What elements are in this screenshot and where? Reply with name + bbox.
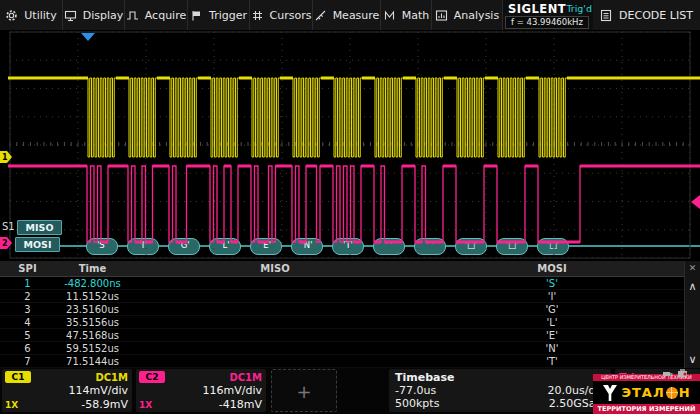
decode-cell-time: 59.5152us — [55, 342, 130, 355]
menu-acquire[interactable]: Acquire — [125, 0, 188, 30]
decode-cell-miso — [130, 277, 420, 290]
channel2-badge: C2 — [139, 371, 165, 383]
usb-icon — [662, 368, 673, 379]
decode-cell-time: 11.5152us — [55, 290, 130, 303]
decode-table-row[interactable]: 1-482.800ns'S' — [0, 277, 684, 290]
menu-analysis[interactable]: Analysis — [432, 0, 503, 30]
scroll-down-icon[interactable]: ∨ — [685, 353, 700, 366]
decode-cell-miso — [130, 316, 420, 329]
menu-utility[interactable]: Utility — [0, 0, 63, 30]
decode-list-label: DECODE LIST — [619, 9, 693, 22]
decode-cell-miso — [130, 329, 420, 342]
watermark-name-pre: ЭТАЛ — [621, 385, 664, 400]
add-channel-box[interactable]: + — [271, 369, 337, 412]
math-icon — [383, 9, 396, 22]
header-mosi: MOSI — [420, 261, 684, 277]
decode-table-row[interactable]: 547.5168us'E' — [0, 329, 684, 342]
etalon-watermark: ЦЕНТР ИЗМЕРИТЕЛЬНОЙ ТЕХНИКИ ЭТАЛ Н ТЕРРИ… — [593, 374, 700, 414]
decode-cell-miso — [130, 355, 420, 368]
trigger-position-marker[interactable] — [81, 33, 95, 41]
decode-cell-n: 2 — [0, 290, 55, 303]
oscilloscope-screen: Utility Display Acquire Trigger — [0, 0, 700, 414]
channel2-box[interactable]: C2 DC1M 116mV/div 1X -418mV — [136, 369, 266, 412]
decode-cell-mosi: 'E' — [420, 329, 684, 342]
cursors-icon — [251, 9, 264, 22]
timebase-box[interactable]: Timebase -77.0us 20.0us/div 500kpts 2.50… — [389, 369, 611, 412]
watermark-name-post: Н — [679, 385, 691, 400]
waveform-display: 12 S1 MISO MOSI 'S''I''G''L''E''N''T'' '… — [0, 30, 700, 260]
menu-measure[interactable]: Measure — [313, 0, 381, 30]
decode-table-row[interactable]: 659.5152us'N' — [0, 342, 684, 355]
decode-cell-miso — [130, 303, 420, 316]
close-icon[interactable]: ✕ — [685, 263, 700, 273]
decode-cell-n: 3 — [0, 303, 55, 316]
decode-table-row[interactable]: 323.5160us'G' — [0, 303, 684, 316]
globe-icon — [666, 387, 678, 399]
timebase-memory: 500kpts — [395, 397, 439, 410]
channel2-offset: -418mV — [219, 398, 262, 411]
channel1-coupling: DC1M — [95, 372, 128, 383]
menu-display-label: Display — [83, 9, 124, 22]
gear-icon — [5, 9, 18, 22]
display-icon — [64, 9, 77, 22]
decode-cell-n: 6 — [0, 342, 55, 355]
trigger-level-marker[interactable] — [691, 195, 700, 209]
menu-display[interactable]: Display — [63, 0, 125, 30]
etalon-logo-icon — [602, 384, 618, 402]
timebase-title: Timebase — [395, 371, 605, 384]
channel1-probe: 1X — [5, 400, 18, 410]
decode-cell-mosi: 'G' — [420, 303, 684, 316]
decode-table-row[interactable]: 771.5144us'T' — [0, 355, 684, 368]
channel1-box[interactable]: C1 DC1M 114mV/div 1X -58.9mV — [2, 369, 132, 412]
decode-list-button[interactable]: DECODE LIST — [593, 0, 700, 30]
channel1-badge: C1 — [5, 371, 31, 383]
decode-cell-mosi: 'L' — [420, 316, 684, 329]
channel1-scale: 114mV/div — [2, 384, 132, 397]
timebase-delay: -77.0us — [395, 384, 436, 397]
decode-list-table: SPI Time MISO MOSI 1-482.800ns'S'211.515… — [0, 261, 684, 368]
menu-math[interactable]: Math — [381, 0, 432, 30]
printer-icon — [677, 368, 688, 379]
menu-trigger[interactable]: Trigger — [188, 0, 250, 30]
flag-icon — [190, 9, 203, 22]
analysis-icon — [435, 9, 448, 22]
decode-cell-mosi: 'S' — [420, 277, 684, 290]
menu-cursors[interactable]: Cursors — [250, 0, 313, 30]
acquire-icon — [126, 9, 139, 22]
waveform-plot: 12 — [0, 30, 700, 260]
decode-cell-mosi: 'T' — [420, 355, 684, 368]
menu-acquire-label: Acquire — [145, 9, 186, 22]
channel1-marker-number: 1 — [2, 153, 8, 162]
trigger-status-badge: Trig'd — [566, 3, 592, 14]
watermark-bottom-text: ТЕРРИТОРИЯ ИЗМЕРЕНИЙ — [593, 404, 700, 414]
decode-cell-n: 7 — [0, 355, 55, 368]
decode-table-row[interactable]: 435.5156us'L' — [0, 316, 684, 329]
channel1-offset: -58.9mV — [81, 398, 128, 411]
decode-cell-miso — [130, 290, 420, 303]
channel2-coupling: DC1M — [229, 372, 262, 383]
peripheral-status-icons — [662, 368, 688, 379]
header-time: Time — [55, 261, 130, 277]
scroll-up-icon[interactable]: ∧ — [685, 280, 700, 293]
decode-cell-mosi: 'I' — [420, 290, 684, 303]
decode-cell-time: 47.5168us — [55, 329, 130, 342]
decode-cell-mosi: 'N' — [420, 342, 684, 355]
frequency-readout: f = 43.99460kHz — [505, 16, 589, 29]
miso-label: MISO — [17, 220, 62, 235]
top-menu-bar: Utility Display Acquire Trigger — [0, 0, 700, 30]
decode-cell-miso — [130, 342, 420, 355]
c2-data-trace — [8, 166, 700, 242]
channel2-scale: 116mV/div — [136, 384, 266, 397]
menu-trigger-label: Trigger — [209, 9, 247, 22]
brand-status-block: SIGLENT Trig'd f = 43.99460kHz — [503, 0, 593, 30]
decode-cell-n: 1 — [0, 277, 55, 290]
menu-analysis-label: Analysis — [454, 9, 499, 22]
serial-bus-label: S1 — [2, 221, 15, 232]
decode-cell-time: 23.5160us — [55, 303, 130, 316]
ruler-icon — [314, 9, 327, 22]
plus-icon: + — [296, 380, 311, 401]
mosi-label: MOSI — [15, 237, 60, 252]
decode-table-row[interactable]: 211.5152us'I' — [0, 290, 684, 303]
header-spi: SPI — [0, 261, 55, 277]
menu-cursors-label: Cursors — [270, 9, 312, 22]
